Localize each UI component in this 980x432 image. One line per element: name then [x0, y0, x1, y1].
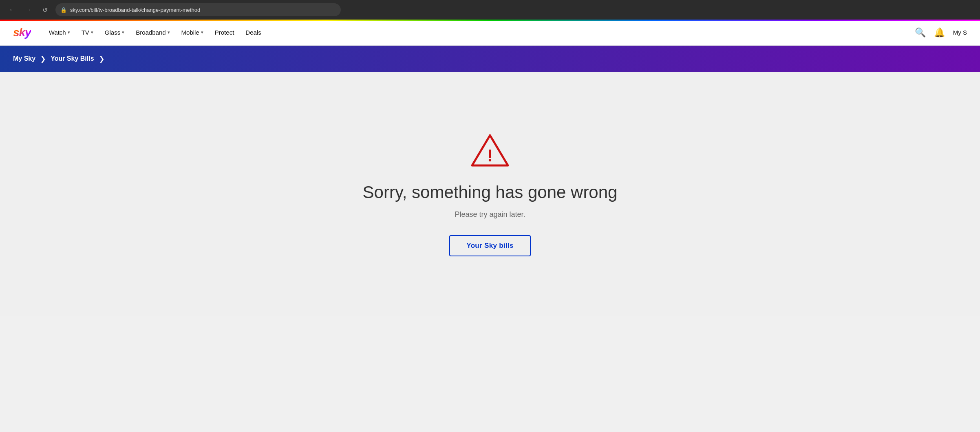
- nav-label-deals: Deals: [245, 29, 261, 36]
- chevron-watch: ▾: [68, 30, 70, 35]
- error-subtitle: Please try again later.: [455, 210, 525, 219]
- lock-icon: 🔒: [60, 7, 67, 13]
- nav-item-watch[interactable]: Watch ▾: [44, 26, 75, 39]
- browser-chrome: ← → ↺ 🔒: [0, 0, 980, 20]
- nav-items: Watch ▾ TV ▾ Glass ▾ Broadband ▾ Mobile …: [44, 26, 915, 39]
- bell-icon[interactable]: 🔔: [934, 27, 945, 38]
- svg-text:!: !: [487, 146, 493, 165]
- nav-item-broadband[interactable]: Broadband ▾: [131, 26, 174, 39]
- chevron-glass: ▾: [122, 30, 124, 35]
- nav-item-protect[interactable]: Protect: [210, 26, 239, 39]
- main-content: ! Sorry, something has gone wrong Please…: [0, 72, 980, 316]
- sky-bills-button[interactable]: Your Sky bills: [449, 235, 530, 256]
- reload-button[interactable]: ↺: [39, 4, 51, 15]
- search-icon[interactable]: 🔍: [915, 27, 926, 38]
- error-title: Sorry, something has gone wrong: [363, 183, 618, 202]
- breadcrumb-end-chevron: ❯: [99, 55, 104, 63]
- nav-label-watch: Watch: [49, 29, 66, 36]
- nav-item-glass[interactable]: Glass ▾: [100, 26, 129, 39]
- nav-label-protect: Protect: [215, 29, 234, 36]
- breadcrumb-separator: ❯: [40, 55, 46, 63]
- chevron-tv: ▾: [91, 30, 93, 35]
- sky-navbar: sky Watch ▾ TV ▾ Glass ▾ Broadband ▾ Mob…: [0, 20, 980, 46]
- error-icon-container: !: [470, 132, 510, 170]
- warning-triangle-icon: !: [470, 132, 510, 168]
- nav-item-mobile[interactable]: Mobile ▾: [177, 26, 208, 39]
- back-button[interactable]: ←: [7, 4, 18, 15]
- nav-item-deals[interactable]: Deals: [241, 26, 266, 39]
- nav-label-glass: Glass: [105, 29, 120, 36]
- nav-label-tv: TV: [82, 29, 89, 36]
- chevron-mobile: ▾: [201, 30, 203, 35]
- nav-right: 🔍 🔔 My S: [915, 27, 967, 38]
- url-input[interactable]: [70, 7, 336, 13]
- breadcrumb-bar: My Sky ❯ Your Sky Bills ❯: [0, 46, 980, 72]
- breadcrumb-your-sky-bills[interactable]: Your Sky Bills: [51, 55, 94, 62]
- nav-label-mobile: Mobile: [181, 29, 199, 36]
- address-bar[interactable]: 🔒: [55, 3, 341, 16]
- forward-button[interactable]: →: [23, 4, 34, 15]
- nav-label-broadband: Broadband: [136, 29, 166, 36]
- chevron-broadband: ▾: [168, 30, 170, 35]
- sky-logo[interactable]: sky: [13, 26, 31, 39]
- nav-item-tv[interactable]: TV ▾: [77, 26, 98, 39]
- breadcrumb-my-sky[interactable]: My Sky: [13, 55, 35, 62]
- my-sky-label[interactable]: My S: [953, 29, 967, 36]
